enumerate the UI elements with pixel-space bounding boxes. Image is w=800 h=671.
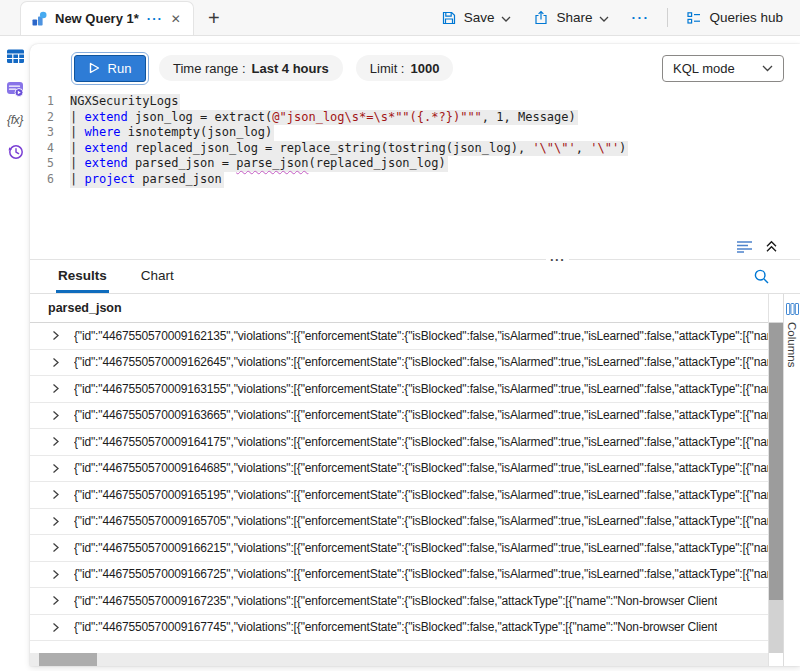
table-row[interactable]: {"id":"4467550570009162645","violations"… (30, 350, 768, 377)
code-line[interactable]: 1NGXSecurityLogs (30, 94, 800, 110)
expand-row-icon[interactable] (50, 330, 61, 341)
code-line[interactable]: 6| project parsed_json (30, 172, 800, 188)
row-json-value: {"id":"4467550570009165195","violations"… (74, 488, 768, 502)
table-row[interactable]: {"id":"4467550570009163665","violations"… (30, 403, 768, 430)
code-line[interactable]: 3| where isnotempty(json_log) (30, 125, 800, 141)
workspace: {fx} Run Time range : Last 4 hours Limit… (0, 36, 800, 671)
table-row[interactable]: {"id":"4467550570009165195","violations"… (30, 482, 768, 509)
limit-picker[interactable]: Limit : 1000 (356, 55, 454, 81)
query-history-icon[interactable] (6, 142, 25, 161)
column-header[interactable]: parsed_json (30, 294, 768, 323)
tab-more-icon[interactable]: ··· (147, 12, 163, 25)
share-button[interactable]: Share (524, 4, 618, 32)
row-json-value: {"id":"4467550570009166725","violations"… (74, 567, 768, 581)
expand-row-icon[interactable] (50, 463, 61, 474)
functions-icon[interactable]: {fx} (7, 113, 23, 127)
results-grid: parsed_json {"id":"4467550570009162135",… (30, 294, 769, 666)
tables-icon[interactable] (6, 48, 25, 65)
kql-mode-select[interactable]: KQL mode (662, 55, 784, 82)
expand-row-icon[interactable] (50, 516, 61, 527)
table-row[interactable]: {"id":"4467550570009163155","violations"… (30, 376, 768, 403)
columns-panel-toggle[interactable]: Columns (783, 294, 800, 666)
time-range-label: Time range : (173, 61, 246, 76)
line-number: 5 (30, 156, 70, 172)
line-number: 3 (30, 125, 70, 141)
row-json-value: {"id":"4467550570009167235","violations"… (74, 594, 717, 608)
code-text: NGXSecurityLogs (70, 94, 180, 110)
table-row[interactable]: {"id":"4467550570009164685","violations"… (30, 456, 768, 483)
code-text: | project parsed_json (70, 172, 224, 188)
table-row[interactable]: {"id":"4467550570009167745","violations"… (30, 615, 768, 642)
table-row[interactable]: {"id":"4467550570009166725","violations"… (30, 562, 768, 589)
tab-results[interactable]: Results (56, 260, 109, 293)
row-json-value: {"id":"4467550570009162645","violations"… (74, 355, 768, 369)
row-json-value: {"id":"4467550570009166215","violations"… (74, 541, 768, 555)
more-actions-button[interactable]: ··· (622, 4, 658, 32)
table-row[interactable]: {"id":"4467550570009166215","violations"… (30, 535, 768, 562)
line-number: 4 (30, 141, 70, 157)
result-view-lines-icon[interactable] (736, 240, 753, 253)
limit-value: 1000 (410, 61, 439, 76)
save-label: Save (464, 10, 495, 25)
vertical-scrollbar[interactable] (769, 294, 783, 666)
results-rows: {"id":"4467550570009162135","violations"… (30, 323, 768, 653)
code-line[interactable]: 5| extend parsed_json = parse_json(repla… (30, 156, 800, 172)
time-range-picker[interactable]: Time range : Last 4 hours (159, 55, 343, 81)
tab-close-icon[interactable]: ✕ (171, 13, 181, 25)
vertical-scrollbar-thumb[interactable] (769, 323, 783, 600)
splitter-drag-handle[interactable]: ... (546, 252, 569, 262)
chevron-down-icon (762, 65, 773, 72)
save-icon (441, 10, 457, 26)
line-number: 2 (30, 110, 70, 126)
code-lines: 1NGXSecurityLogs2| extend json_log = ext… (30, 94, 800, 188)
expand-row-icon[interactable] (50, 410, 61, 421)
left-rail: {fx} (0, 48, 30, 161)
tab-bar: New Query 1* ··· ✕ + Save Share ··· Quer… (0, 0, 800, 36)
expand-row-icon[interactable] (50, 622, 61, 633)
play-icon (89, 62, 100, 74)
code-line[interactable]: 4| extend replaced_json_log = replace_st… (30, 141, 800, 157)
column-header-label: parsed_json (48, 301, 122, 315)
code-text: | extend json_log = extract(@"json_log\s… (70, 110, 578, 126)
expand-row-icon[interactable] (50, 542, 61, 553)
splitter-toolbar: ... (30, 234, 800, 260)
table-row[interactable]: {"id":"4467550570009162135","violations"… (30, 323, 768, 350)
expand-row-icon[interactable] (50, 436, 61, 447)
share-label: Share (556, 10, 592, 25)
row-json-value: {"id":"4467550570009162135","violations"… (74, 329, 768, 343)
table-row[interactable]: {"id":"4467550570009165705","violations"… (30, 509, 768, 536)
divider (667, 8, 668, 27)
table-row[interactable]: {"id":"4467550570009167235","violations"… (30, 588, 768, 615)
tab-chart[interactable]: Chart (139, 260, 176, 293)
line-number: 6 (30, 172, 70, 188)
expand-row-icon[interactable] (50, 357, 61, 368)
expand-row-icon[interactable] (50, 595, 61, 606)
results-section: Results Chart parsed_json {"id":"4467550… (30, 260, 800, 666)
limit-label: Limit : (370, 61, 405, 76)
line-number: 1 (30, 94, 70, 110)
horizontal-scrollbar-thumb[interactable] (39, 653, 97, 666)
code-line[interactable]: 2| extend json_log = extract(@"json_log\… (30, 110, 800, 126)
horizontal-scrollbar[interactable] (30, 653, 768, 666)
run-button[interactable]: Run (74, 55, 146, 82)
new-tab-button[interactable]: + (208, 8, 220, 28)
results-body: parsed_json {"id":"4467550570009162135",… (30, 294, 800, 666)
expand-row-icon[interactable] (50, 383, 61, 394)
queries-hub-icon (686, 10, 702, 26)
chevron-down-icon (599, 10, 609, 25)
query-tab[interactable]: New Query 1* ··· ✕ (20, 1, 194, 35)
collapse-panel-icon[interactable] (765, 240, 778, 253)
search-icon[interactable] (753, 268, 770, 285)
row-json-value: {"id":"4467550570009167745","violations"… (74, 620, 717, 634)
table-row[interactable]: {"id":"4467550570009164175","violations"… (30, 429, 768, 456)
queries-hub-button[interactable]: Queries hub (677, 4, 792, 32)
row-json-value: {"id":"4467550570009165705","violations"… (74, 514, 768, 528)
query-editor[interactable]: 1NGXSecurityLogs2| extend json_log = ext… (30, 86, 800, 234)
tab-title: New Query 1* (55, 11, 139, 26)
expand-row-icon[interactable] (50, 489, 61, 500)
save-button[interactable]: Save (432, 4, 521, 32)
expand-row-icon[interactable] (50, 569, 61, 580)
columns-panel-label: Columns (786, 322, 798, 367)
row-json-value: {"id":"4467550570009164175","violations"… (74, 435, 768, 449)
media-queries-icon[interactable] (6, 80, 25, 98)
